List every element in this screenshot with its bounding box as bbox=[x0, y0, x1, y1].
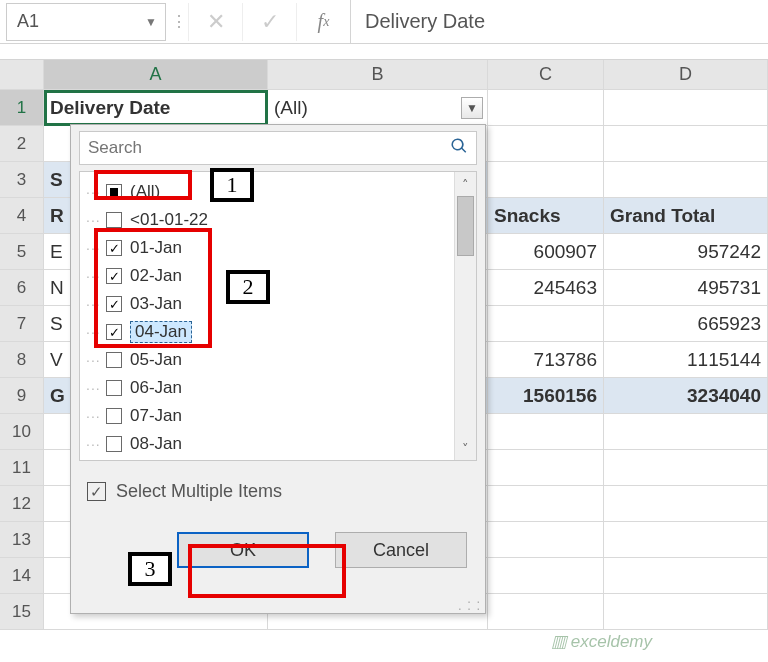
checkbox-unchecked-icon[interactable] bbox=[106, 436, 122, 452]
cell-C3[interactable] bbox=[488, 162, 604, 198]
col-header-C[interactable]: C bbox=[488, 60, 604, 90]
row-header-4[interactable]: 4 bbox=[0, 198, 44, 234]
filter-item-before-date[interactable]: ··· <01-01-22 bbox=[80, 206, 476, 234]
search-icon[interactable] bbox=[450, 137, 468, 160]
checkbox-checked-icon[interactable]: ✓ bbox=[106, 240, 122, 256]
checkbox-partial-icon[interactable] bbox=[106, 184, 122, 200]
scroll-down-button[interactable]: ˅ bbox=[455, 436, 476, 460]
cell-C7[interactable] bbox=[488, 306, 604, 342]
filter-item-08-jan[interactable]: ··· 08-Jan bbox=[80, 430, 476, 458]
row-header-13[interactable]: 13 bbox=[0, 522, 44, 558]
filter-search-box[interactable] bbox=[79, 131, 477, 165]
cell-C6[interactable]: 245463 bbox=[488, 270, 604, 306]
row-header-11[interactable]: 11 bbox=[0, 450, 44, 486]
scroll-up-button[interactable]: ˄ bbox=[455, 172, 476, 196]
tree-connector-icon: ··· bbox=[86, 240, 101, 256]
row-header-10[interactable]: 10 bbox=[0, 414, 44, 450]
cell-D10[interactable] bbox=[604, 414, 768, 450]
cell-D2[interactable] bbox=[604, 126, 768, 162]
watermark-text: exceldemy bbox=[571, 632, 652, 652]
checkbox-checked-icon[interactable]: ✓ bbox=[106, 268, 122, 284]
cell-C2[interactable] bbox=[488, 126, 604, 162]
cell-C5[interactable]: 600907 bbox=[488, 234, 604, 270]
select-multiple-label: Select Multiple Items bbox=[116, 481, 282, 502]
cell-C12[interactable] bbox=[488, 486, 604, 522]
cell-C10[interactable] bbox=[488, 414, 604, 450]
annotation-step-1: 1 bbox=[210, 168, 254, 202]
filter-item-07-jan[interactable]: ··· 07-Jan bbox=[80, 402, 476, 430]
row-header-14[interactable]: 14 bbox=[0, 558, 44, 594]
row-header-7[interactable]: 7 bbox=[0, 306, 44, 342]
filter-item-06-jan[interactable]: ··· 06-Jan bbox=[80, 374, 476, 402]
scroll-thumb[interactable] bbox=[457, 196, 474, 256]
row-header-2[interactable]: 2 bbox=[0, 126, 44, 162]
filter-item-03-jan[interactable]: ··· ✓ 03-Jan bbox=[80, 290, 476, 318]
select-multiple-checkbox[interactable]: ✓ bbox=[87, 482, 106, 501]
filter-item-04-jan[interactable]: ··· ✓ 04-Jan bbox=[80, 318, 476, 346]
select-multiple-row[interactable]: ✓ Select Multiple Items bbox=[87, 481, 473, 502]
cell-D3[interactable] bbox=[604, 162, 768, 198]
cell-D11[interactable] bbox=[604, 450, 768, 486]
checkbox-checked-icon[interactable]: ✓ bbox=[106, 296, 122, 312]
cell-C9[interactable]: 1560156 bbox=[488, 378, 604, 414]
row-header-12[interactable]: 12 bbox=[0, 486, 44, 522]
cell-B1[interactable]: (All) ▼ bbox=[268, 90, 488, 126]
checkbox-unchecked-icon[interactable] bbox=[106, 380, 122, 396]
ok-button[interactable]: OK bbox=[177, 532, 309, 568]
col-header-B[interactable]: B bbox=[268, 60, 488, 90]
cell-C11[interactable] bbox=[488, 450, 604, 486]
cancel-formula-button: ✕ bbox=[188, 3, 242, 41]
cell-C4[interactable]: Snacks bbox=[488, 198, 604, 234]
cell-D9[interactable]: 3234040 bbox=[604, 378, 768, 414]
cell-D13[interactable] bbox=[604, 522, 768, 558]
filter-item-05-jan[interactable]: ··· 05-Jan bbox=[80, 346, 476, 374]
filter-item-all[interactable]: ··· (All) bbox=[80, 178, 476, 206]
cell-D5[interactable]: 957242 bbox=[604, 234, 768, 270]
checkbox-unchecked-icon[interactable] bbox=[106, 352, 122, 368]
col-header-A[interactable]: A bbox=[44, 60, 268, 90]
cell-C14[interactable] bbox=[488, 558, 604, 594]
tree-connector-icon: ··· bbox=[86, 296, 101, 312]
filter-item-02-jan[interactable]: ··· ✓ 02-Jan bbox=[80, 262, 476, 290]
cell-D12[interactable] bbox=[604, 486, 768, 522]
cell-D14[interactable] bbox=[604, 558, 768, 594]
cell-A1[interactable]: Delivery Date bbox=[44, 90, 268, 126]
filter-item-label: 01-Jan bbox=[130, 238, 182, 258]
watermark-icon: ▥ bbox=[551, 631, 567, 652]
cell-C13[interactable] bbox=[488, 522, 604, 558]
tree-connector-icon: ··· bbox=[86, 324, 101, 340]
row-header-3[interactable]: 3 bbox=[0, 162, 44, 198]
checkbox-unchecked-icon[interactable] bbox=[106, 212, 122, 228]
cell-C15[interactable] bbox=[488, 594, 604, 630]
col-header-D[interactable]: D bbox=[604, 60, 768, 90]
filter-search-input[interactable] bbox=[88, 138, 450, 158]
select-all-corner[interactable] bbox=[0, 60, 44, 90]
row-header-1[interactable]: 1 bbox=[0, 90, 44, 126]
filter-items-list[interactable]: ··· (All) ··· <01-01-22 ··· ✓ 01-Jan ···… bbox=[79, 171, 477, 461]
cell-C1[interactable] bbox=[488, 90, 604, 126]
report-filter-dropdown-button[interactable]: ▼ bbox=[461, 97, 483, 119]
formula-value[interactable]: Delivery Date bbox=[350, 0, 768, 43]
cell-D15[interactable] bbox=[604, 594, 768, 630]
name-box[interactable]: A1 ▼ bbox=[6, 3, 166, 41]
checkbox-unchecked-icon[interactable] bbox=[106, 408, 122, 424]
cell-D7[interactable]: 665923 bbox=[604, 306, 768, 342]
cell-D8[interactable]: 1115144 bbox=[604, 342, 768, 378]
row-header-8[interactable]: 8 bbox=[0, 342, 44, 378]
filter-item-01-jan[interactable]: ··· ✓ 01-Jan bbox=[80, 234, 476, 262]
cell-C8[interactable]: 713786 bbox=[488, 342, 604, 378]
row-header-6[interactable]: 6 bbox=[0, 270, 44, 306]
cell-D4[interactable]: Grand Total bbox=[604, 198, 768, 234]
checkbox-checked-icon[interactable]: ✓ bbox=[106, 324, 122, 340]
cell-D1[interactable] bbox=[604, 90, 768, 126]
row-header-15[interactable]: 15 bbox=[0, 594, 44, 630]
filter-list-scrollbar[interactable]: ˄ ˅ bbox=[454, 172, 476, 460]
resize-grip-icon[interactable]: . .. . . bbox=[458, 595, 481, 609]
cell-D6[interactable]: 495731 bbox=[604, 270, 768, 306]
annotation-step-3: 3 bbox=[128, 552, 172, 586]
name-box-dropdown-icon[interactable]: ▼ bbox=[145, 15, 157, 29]
row-header-5[interactable]: 5 bbox=[0, 234, 44, 270]
cancel-button[interactable]: Cancel bbox=[335, 532, 467, 568]
row-header-9[interactable]: 9 bbox=[0, 378, 44, 414]
insert-function-button[interactable]: fx bbox=[296, 3, 350, 41]
